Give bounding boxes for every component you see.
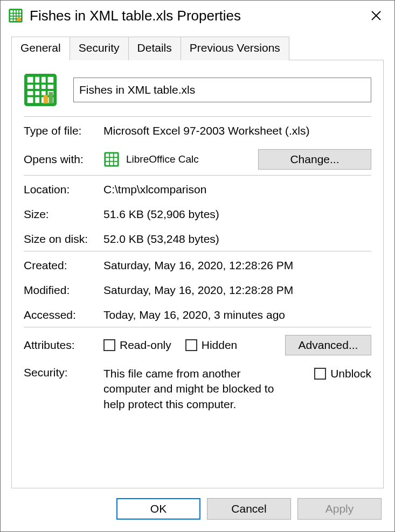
security-label: Security:: [24, 366, 103, 379]
unblock-checkbox-label: Unblock: [330, 367, 371, 380]
svg-rect-19: [105, 153, 118, 166]
tab-general-pane: Type of file: Microsoft Excel 97-2003 Wo…: [11, 60, 384, 488]
separator: [24, 251, 371, 251]
separator: [24, 327, 371, 327]
type-of-file-value: Microsoft Excel 97-2003 Worksheet (.xls): [103, 124, 371, 137]
hidden-checkbox-label: Hidden: [202, 339, 238, 352]
file-type-icon-large: [24, 73, 57, 107]
modified-value: Saturday, May 16, 2020, 12:28:28 PM: [103, 284, 371, 297]
size-value: 51.6 KB (52,906 bytes): [103, 208, 371, 221]
close-button[interactable]: [363, 5, 389, 26]
created-label: Created:: [24, 259, 103, 272]
cancel-button[interactable]: Cancel: [207, 498, 291, 520]
created-value: Saturday, May 16, 2020, 12:28:26 PM: [103, 259, 371, 272]
accessed-label: Accessed:: [24, 309, 103, 321]
tab-strip: General Security Details Previous Versio…: [11, 37, 384, 60]
separator: [24, 116, 371, 117]
size-on-disk-label: Size on disk:: [24, 233, 103, 246]
type-of-file-label: Type of file:: [24, 124, 103, 137]
location-label: Location:: [24, 183, 103, 196]
size-on-disk-value: 52.0 KB (53,248 bytes): [103, 233, 371, 246]
ok-button[interactable]: OK: [116, 498, 200, 520]
advanced-button[interactable]: Advanced...: [285, 335, 371, 355]
close-icon: [371, 10, 382, 21]
checkbox-icon: [314, 368, 326, 380]
readonly-checkbox-label: Read-only: [120, 339, 171, 352]
file-type-icon: [8, 8, 23, 23]
modified-label: Modified:: [24, 284, 103, 297]
svg-rect-18: [49, 92, 53, 103]
window-title: Fishes in XML table.xls Properties: [30, 8, 363, 24]
attributes-label: Attributes:: [24, 339, 103, 352]
dialog-footer: OK Cancel Apply: [1, 488, 394, 531]
readonly-checkbox[interactable]: Read-only: [103, 339, 171, 352]
titlebar: Fishes in XML table.xls Properties: [1, 1, 394, 31]
accessed-value: Today, May 16, 2020, 3 minutes ago: [103, 309, 371, 321]
size-label: Size:: [24, 208, 103, 221]
filename-input[interactable]: [73, 78, 371, 102]
checkbox-icon: [103, 339, 115, 351]
change-button[interactable]: Change...: [258, 149, 371, 170]
opens-with-label: Opens with:: [24, 153, 103, 166]
security-text: This file came from another computer and…: [103, 366, 287, 412]
dialog-body: General Security Details Previous Versio…: [1, 31, 394, 488]
unblock-checkbox[interactable]: Unblock: [314, 367, 371, 380]
apply-button[interactable]: Apply: [297, 498, 382, 520]
tab-security[interactable]: Security: [70, 37, 129, 60]
svg-point-7: [17, 18, 21, 22]
app-icon: [103, 151, 120, 167]
tab-previous-versions[interactable]: Previous Versions: [181, 37, 289, 60]
opens-with-value: LibreOffice Calc: [126, 153, 199, 165]
separator: [24, 175, 371, 176]
checkbox-icon: [185, 339, 197, 351]
properties-dialog: Fishes in XML table.xls Properties Gener…: [0, 0, 395, 532]
hidden-checkbox[interactable]: Hidden: [185, 339, 238, 352]
tab-details[interactable]: Details: [128, 37, 181, 60]
location-value: C:\tmp\xlcomparison: [103, 183, 371, 196]
tab-general[interactable]: General: [11, 37, 70, 60]
svg-rect-17: [44, 95, 48, 104]
